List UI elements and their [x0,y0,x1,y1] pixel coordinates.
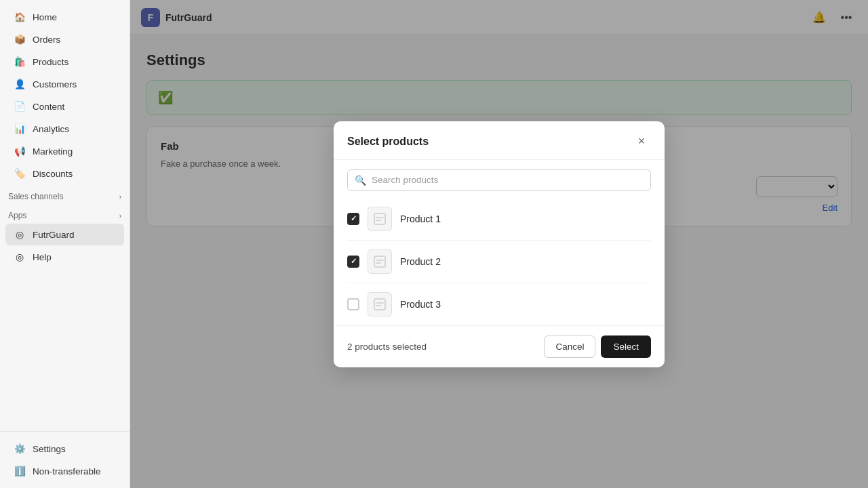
selected-count: 2 products selected [347,342,427,352]
sidebar-label-settings: Settings [33,444,66,454]
sidebar-label-discounts: Discounts [33,169,73,179]
home-icon: 🏠 [14,11,26,23]
product-thumb-p1 [368,207,392,231]
sidebar-label-non-transferable: Non-transferable [33,466,101,476]
customers-icon: 👤 [14,78,26,90]
sales-channels-chevron: › [119,193,121,201]
modal-footer: 2 products selected Cancel Select [334,325,665,367]
sidebar: 🏠Home📦Orders🛍️Products👤Customers📄Content… [0,0,130,488]
sales-channels-section[interactable]: Sales channels › [0,185,130,204]
product-thumb-p2 [368,249,392,274]
content-icon: 📄 [14,100,26,113]
product-name-p3: Product 3 [400,299,441,310]
footer-buttons: Cancel Select [544,336,651,358]
sidebar-item-marketing[interactable]: 📢Marketing [5,140,124,162]
sidebar-item-futrguard[interactable]: ◎FutrGuard [5,224,124,245]
modal-overlay[interactable]: Select products × 🔍 Product 1 [130,0,868,488]
svg-rect-0 [374,214,385,224]
discounts-icon: 🏷️ [14,167,26,180]
apps-label: Apps [8,211,26,220]
modal-title: Select products [347,136,429,148]
product-thumb-p3 [368,292,392,317]
sidebar-label-marketing: Marketing [33,146,73,157]
cancel-button[interactable]: Cancel [544,336,595,358]
list-item[interactable]: Product 3 [347,283,651,325]
search-box: 🔍 [347,169,651,191]
sales-channels-label: Sales channels [8,192,63,201]
modal-header: Select products × [334,121,665,160]
settings-icon: ⚙️ [14,443,26,455]
modal-search-wrap: 🔍 [334,160,665,198]
non-transferable-icon: ℹ️ [14,465,26,477]
sidebar-label-analytics: Analytics [33,124,69,134]
marketing-icon: 📢 [14,145,26,157]
search-input[interactable] [372,175,644,185]
select-button[interactable]: Select [601,336,651,358]
sidebar-item-help[interactable]: ◎Help [5,246,124,268]
sidebar-label-futrguard: FutrGuard [33,230,75,240]
list-item[interactable]: Product 1 [347,198,651,241]
sidebar-item-analytics[interactable]: 📊Analytics [5,118,124,140]
sidebar-label-customers: Customers [33,79,77,89]
sidebar-label-content: Content [33,102,64,112]
sidebar-item-non-transferable[interactable]: ℹ️Non-transferable [5,460,124,482]
select-products-modal: Select products × 🔍 Product 1 [334,121,665,367]
search-icon: 🔍 [355,175,366,186]
sidebar-label-products: Products [33,57,68,67]
sidebar-item-content[interactable]: 📄Content [5,96,124,117]
help-icon: ◎ [14,251,26,263]
sidebar-label-home: Home [33,12,57,22]
sidebar-item-products[interactable]: 🛍️Products [5,51,124,73]
apps-section[interactable]: Apps › [0,204,130,223]
product-checkbox-p2[interactable] [347,256,359,268]
sidebar-item-discounts[interactable]: 🏷️Discounts [5,163,124,184]
product-name-p2: Product 2 [400,256,441,267]
sidebar-item-customers[interactable]: 👤Customers [5,73,124,95]
sidebar-label-help: Help [33,252,52,262]
product-checkbox-p1[interactable] [347,213,359,225]
products-icon: 🛍️ [14,56,26,68]
product-name-p1: Product 1 [400,214,441,224]
svg-rect-2 [374,299,385,310]
modal-close-button[interactable]: × [632,132,651,151]
product-checkbox-p3[interactable] [347,298,359,310]
analytics-icon: 📊 [14,123,26,135]
sidebar-item-orders[interactable]: 📦Orders [5,28,124,50]
orders-icon: 📦 [14,33,26,45]
svg-rect-1 [374,256,385,267]
list-item[interactable]: Product 2 [347,241,651,283]
futrguard-icon: ◎ [14,228,26,241]
sidebar-item-settings[interactable]: ⚙️Settings [5,438,124,460]
sidebar-item-home[interactable]: 🏠Home [5,6,124,28]
main-content: F FutrGuard 🔔 ••• Settings ✅ Fab Fake a … [130,0,868,488]
sidebar-label-orders: Orders [33,35,60,45]
product-list: Product 1 Product 2 Product 3 [334,198,665,325]
apps-chevron: › [119,212,121,220]
